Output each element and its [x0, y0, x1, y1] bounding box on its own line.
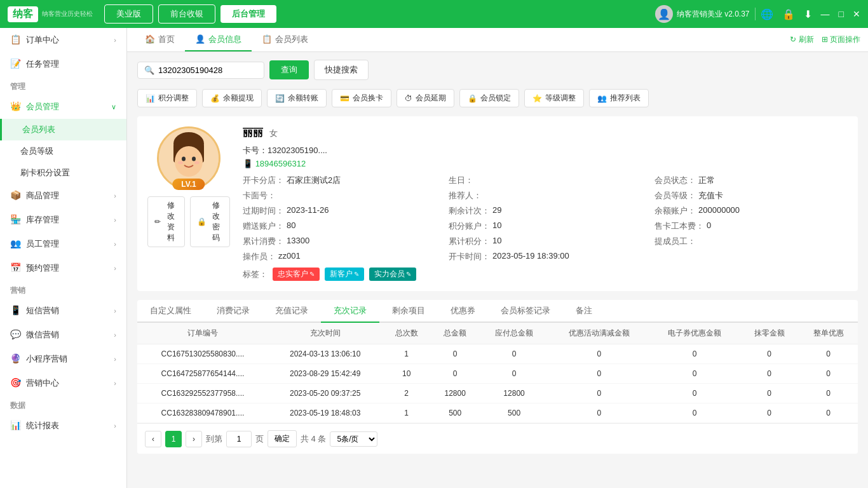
cell-round-off: 0 — [740, 364, 799, 384]
sub-tabs: 自定义属性 消费记录 充值记录 充次记录 剩余项目 优惠券 会员标签记录 备注 — [137, 300, 858, 323]
tag-loyal[interactable]: 忠实客户 ✎ — [273, 268, 320, 281]
per-page-select[interactable]: 5条/页 10条/页 20条/页 — [330, 431, 377, 447]
card-swap-btn[interactable]: 💳会员换卡 — [332, 89, 391, 107]
sidebar-item-sms[interactable]: 📱短信营销 › — [0, 299, 126, 323]
edit-info-btn[interactable]: ✏ 修改资料 — [147, 196, 185, 247]
globe-icon[interactable]: 🌐 — [761, 8, 773, 20]
cell-time: 2023-08-29 15:42:49 — [268, 364, 383, 384]
cell-payable: 0 — [479, 364, 548, 384]
beauty-btn[interactable]: 美业版 — [104, 4, 153, 24]
next-page-btn[interactable]: › — [186, 431, 202, 447]
download-icon[interactable]: ⬇ — [804, 8, 812, 20]
cell-total-times: 2 — [382, 384, 430, 403]
table-scroll[interactable]: 订单编号 充次时间 总次数 总金额 应付总金额 优惠活动满减金额 电子券优惠金额… — [137, 323, 858, 423]
prev-page-btn[interactable]: ‹ — [145, 431, 161, 447]
edit-buttons: ✏ 修改资料 🔒 修改密码 — [147, 196, 230, 247]
sidebar-item-reports[interactable]: 📊统计报表 › — [0, 414, 126, 438]
col-overall: 整单优惠 — [799, 323, 858, 344]
tag-edit-icon3: ✎ — [406, 271, 411, 278]
sidebar-item-orders[interactable]: 📋订单中心 › — [0, 28, 126, 52]
tag-vip[interactable]: 实力会员 ✎ — [369, 268, 416, 281]
tab-member-info[interactable]: 👤 会员信息 — [185, 29, 252, 51]
sidebar-sub-member-level[interactable]: 会员等级 — [0, 140, 126, 162]
detail-remaining: 剩余计次： 29 — [449, 205, 642, 217]
sidebar-item-staff[interactable]: 👥员工管理 › — [0, 232, 126, 256]
table-row[interactable]: CC163292552377958.... 2023-05-20 09:37:2… — [137, 384, 858, 403]
minimize-icon[interactable]: — — [821, 9, 830, 19]
close-icon[interactable]: ✕ — [853, 9, 860, 19]
chevron-reports-icon: › — [114, 422, 116, 430]
sidebar-item-products[interactable]: 📦商品管理 › — [0, 184, 126, 208]
detail-expiry: 过期时间： 2023-11-26 — [243, 205, 436, 217]
member-extend-btn[interactable]: ⏱会员延期 — [397, 89, 454, 107]
tab-home[interactable]: 🏠 首页 — [135, 29, 185, 51]
sidebar-sub-member-list[interactable]: 会员列表 — [0, 119, 126, 140]
sidebar-item-tasks[interactable]: 📝任务管理 — [0, 52, 126, 76]
search-input-wrapper: 🔍 — [137, 62, 264, 79]
query-button[interactable]: 查询 — [269, 60, 309, 79]
detail-operator: 操作员： zz001 — [243, 251, 436, 262]
tag-new[interactable]: 新客户 ✎ — [325, 268, 364, 281]
page-goto-input[interactable] — [226, 431, 252, 447]
refresh-btn[interactable]: ↻ 刷新 — [790, 34, 813, 45]
sub-tab-coupons[interactable]: 优惠券 — [438, 300, 488, 323]
sub-tab-remaining[interactable]: 剩余项目 — [379, 300, 438, 323]
balance-withdraw-btn[interactable]: 💰余额提现 — [202, 89, 262, 107]
backend-btn[interactable]: 后台管理 — [220, 5, 276, 23]
sidebar-item-marketing-center[interactable]: 🎯营销中心 › — [0, 371, 126, 395]
maximize-icon[interactable]: □ — [839, 9, 844, 19]
chevron-marketing-icon: › — [114, 379, 116, 387]
cell-coupon: 0 — [649, 364, 740, 384]
sidebar-item-members[interactable]: 👑会员管理 ∨ — [0, 95, 126, 119]
detail-open-time: 开卡时间： 2023-05-19 18:39:00 — [449, 251, 848, 262]
tasks-icon: 📝 — [10, 58, 21, 69]
cell-overall: 0 — [799, 364, 858, 384]
table-header-row: 订单编号 充次时间 总次数 总金额 应付总金额 优惠活动满减金额 电子券优惠金额… — [137, 323, 858, 344]
lock-icon[interactable]: 🔒 — [782, 8, 795, 20]
inventory-icon: 🏪 — [10, 214, 21, 224]
member-phone[interactable]: 📱 18946596312 — [243, 159, 848, 168]
search-input[interactable] — [158, 65, 254, 75]
referral-list-btn[interactable]: 👥推荐列表 — [589, 89, 649, 107]
member-lock-btn[interactable]: 🔒会员锁定 — [459, 89, 519, 107]
balance-transfer-btn[interactable]: 🔄余额转账 — [267, 89, 327, 107]
table-row[interactable]: CC164725877654144.... 2023-08-29 15:42:4… — [137, 364, 858, 384]
sidebar-item-miniapp[interactable]: 🔮小程序营销 › — [0, 347, 126, 371]
sub-tab-recharge[interactable]: 充值记录 — [262, 300, 321, 323]
sidebar: 📋订单中心 › 📝任务管理 管理 👑会员管理 ∨ 会员列表 会员等级 刷卡积分设… — [0, 28, 127, 488]
page-ops-btn[interactable]: ⊞ 页面操作 — [822, 34, 860, 45]
sub-tab-charge-times[interactable]: 充次记录 — [321, 300, 379, 323]
cell-discount: 0 — [549, 403, 649, 423]
chevron-miniapp-icon: › — [114, 355, 116, 363]
sidebar-item-wechat[interactable]: 💬微信营销 › — [0, 323, 126, 347]
front-desk-btn[interactable]: 前台收银 — [158, 4, 215, 24]
sub-tab-notes[interactable]: 备注 — [563, 300, 605, 323]
sub-tab-custom[interactable]: 自定义属性 — [137, 300, 204, 323]
sub-tab-consume[interactable]: 消费记录 — [204, 300, 262, 323]
svg-point-5 — [182, 157, 186, 161]
cell-overall: 0 — [799, 344, 858, 364]
table-row[interactable]: CC167513025580830.... 2024-03-13 13:06:1… — [137, 344, 858, 364]
tags-label: 标签： — [243, 269, 268, 280]
withdraw-icon: 💰 — [210, 94, 220, 103]
avatar-container: LV.1 — [157, 126, 220, 190]
col-coupon: 电子券优惠金额 — [649, 323, 740, 344]
page-1-btn[interactable]: 1 — [165, 431, 182, 447]
level-adjust-btn[interactable]: ⭐等级调整 — [524, 89, 584, 107]
page-content: 🔍 查询 快捷搜索 📊积分调整 💰余额提现 🔄余额转账 💳会员换卡 ⏱会员延期 … — [127, 52, 868, 488]
table-row[interactable]: CC163283809478901.... 2023-05-19 18:48:0… — [137, 403, 858, 423]
sidebar-item-inventory[interactable]: 🏪库存管理 › — [0, 208, 126, 232]
points-adjust-btn[interactable]: 📊积分调整 — [137, 89, 197, 107]
data-table: 订单编号 充次时间 总次数 总金额 应付总金额 优惠活动满减金额 电子券优惠金额… — [137, 323, 858, 423]
sidebar-sub-card-points[interactable]: 刷卡积分设置 — [0, 162, 126, 184]
extend-icon: ⏱ — [405, 94, 412, 103]
sub-tab-tag-records[interactable]: 会员标签记录 — [488, 300, 563, 323]
tab-member-list[interactable]: 📋 会员列表 — [252, 29, 318, 51]
transfer-icon: 🔄 — [275, 94, 285, 103]
edit-pwd-btn[interactable]: 🔒 修改密码 — [190, 196, 230, 247]
content-area: 🏠 首页 👤 会员信息 📋 会员列表 ↻ 刷新 ⊞ 页面操作 — [127, 28, 868, 488]
quick-search-button[interactable]: 快捷搜索 — [314, 60, 369, 80]
page-confirm-btn[interactable]: 确定 — [268, 430, 297, 447]
sidebar-item-appointments[interactable]: 📅预约管理 › — [0, 256, 126, 280]
main-layout: 📋订单中心 › 📝任务管理 管理 👑会员管理 ∨ 会员列表 会员等级 刷卡积分设… — [0, 28, 868, 488]
